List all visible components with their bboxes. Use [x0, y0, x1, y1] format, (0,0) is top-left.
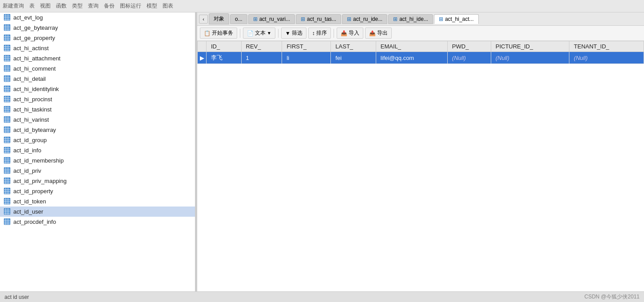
- toolbar-sep-2: [278, 29, 278, 38]
- table-grid-icon: [4, 147, 11, 154]
- tab-table-icon-3: ⊞: [347, 16, 351, 22]
- sidebar-item-act_id_membership[interactable]: act_id_membership: [0, 155, 195, 166]
- col-header-pwd-[interactable]: PWD_: [447, 41, 491, 52]
- export-btn[interactable]: 📤 导出: [365, 28, 392, 39]
- sidebar-item-act_hi_taskinst[interactable]: act_hi_taskinst: [0, 104, 195, 115]
- sidebar-item-act_id_property[interactable]: act_id_property: [0, 186, 195, 196]
- import-btn[interactable]: 📥 导入: [337, 28, 363, 39]
- tab-o[interactable]: o...: [230, 14, 247, 24]
- sidebar-item-label: act_hi_comment: [13, 65, 56, 72]
- cell-first-: li: [282, 52, 331, 64]
- col-header-rev-[interactable]: REV_: [241, 41, 282, 52]
- table-grid-icon: [4, 126, 11, 133]
- table-grid-icon: [4, 187, 11, 195]
- table-grid-icon: [4, 85, 11, 92]
- content-area: ‹ 对象 o... ⊞ act_ru_vari... ⊞ act_ru_tas.…: [197, 12, 644, 291]
- table-grid-icon: [4, 167, 11, 174]
- tab-act-hi-ide-label: act_hi_ide...: [399, 16, 428, 22]
- toolbar: 📋 开始事务 📄 文本 ▼ ▼ 筛选 ↕ 排序 📥 导入: [197, 26, 644, 41]
- tab-act-hi-ide[interactable]: ⊞ act_hi_ide...: [388, 14, 433, 24]
- sidebar-item-label: act_ge_property: [13, 35, 55, 41]
- table-grid-icon: [4, 75, 11, 82]
- sidebar-item-label: act_id_group: [13, 137, 47, 143]
- table-grid-icon: [4, 198, 11, 205]
- sidebar-item-label: act_id_user: [13, 208, 43, 215]
- sidebar-item-act_ge_property[interactable]: act_ge_property: [0, 33, 195, 43]
- table-grid-icon: [4, 208, 11, 215]
- status-bar: act id user CSDN @今狐少侠2011: [0, 291, 644, 302]
- top-bar-tab7: 备份: [104, 2, 115, 10]
- table-row[interactable]: ▶李飞1lifeilifei@qq.com(Null)(Null)(Null): [198, 52, 644, 64]
- sidebar-item-label: act_hi_procinst: [13, 96, 52, 103]
- tab-object[interactable]: 对象: [209, 13, 229, 24]
- col-header-tenant-id-[interactable]: TENANT_ID_: [569, 41, 644, 52]
- tab-table-icon-2: ⊞: [301, 16, 305, 22]
- cell-email-: lifei@qq.com: [376, 52, 447, 64]
- sort-btn[interactable]: ↕ 排序: [308, 28, 331, 39]
- sidebar-item-label: act_hi_taskinst: [13, 106, 52, 113]
- sidebar-item-act_id_bytearray[interactable]: act_id_bytearray: [0, 125, 195, 135]
- table-grid-icon: [4, 136, 11, 143]
- sidebar-item-act_hi_attachment[interactable]: act_hi_attachment: [0, 53, 195, 64]
- top-bar-tab3: 视图: [40, 2, 51, 10]
- tab-nav-left[interactable]: ‹: [199, 15, 208, 24]
- begin-transaction-btn[interactable]: 📋 开始事务: [200, 28, 237, 39]
- sidebar-item-act_hi_procinst[interactable]: act_hi_procinst: [0, 94, 195, 104]
- sidebar-item-act_procdef_info[interactable]: act_procdef_info: [0, 217, 195, 227]
- col-header-email-[interactable]: EMAIL_: [376, 41, 447, 52]
- begin-transaction-label: 开始事务: [212, 29, 233, 37]
- sidebar-item-label: act_id_bytearray: [13, 127, 56, 133]
- sidebar-item-act_ge_bytearray[interactable]: act_ge_bytearray: [0, 23, 195, 33]
- filter-btn[interactable]: ▼ 筛选: [281, 28, 306, 39]
- toolbar-sep-1: [240, 29, 240, 38]
- data-table: ID_REV_FIRST_LAST_EMAIL_PWD_PICTURE_ID_T…: [197, 41, 644, 64]
- top-bar-tab8: 图标运行: [120, 2, 141, 10]
- data-table-container: ID_REV_FIRST_LAST_EMAIL_PWD_PICTURE_ID_T…: [197, 41, 644, 291]
- col-header-id-[interactable]: ID_: [207, 41, 242, 52]
- cell-last-: fei: [331, 52, 376, 64]
- text-dropdown-icon: ▼: [267, 31, 271, 36]
- import-label: 导入: [349, 29, 359, 37]
- sidebar-item-act_evt_log[interactable]: act_evt_log: [0, 12, 195, 23]
- table-grid-icon: [4, 14, 11, 21]
- tab-table-icon-4: ⊞: [393, 16, 398, 22]
- col-header-first-[interactable]: FIRST_: [282, 41, 331, 52]
- sidebar-item-act_id_priv[interactable]: act_id_priv: [0, 166, 195, 176]
- tab-act-ru-vari-label: act_ru_vari...: [259, 16, 290, 22]
- tab-act-hi-act[interactable]: ⊞ act_hi_act...: [434, 14, 479, 24]
- top-bar-tab6: 查询: [88, 2, 99, 10]
- sidebar-item-act_hi_detail[interactable]: act_hi_detail: [0, 74, 195, 84]
- sidebar-list: act_evt_log act_ge_bytearray act_ge_prop…: [0, 12, 195, 227]
- tab-bar: ‹ 对象 o... ⊞ act_ru_vari... ⊞ act_ru_tas.…: [197, 12, 644, 26]
- sidebar-item-act_id_user[interactable]: act_id_user: [0, 207, 195, 217]
- sidebar-item-label: act_id_priv_mapping: [13, 178, 67, 184]
- top-bar-spacer: 新建查询: [3, 2, 24, 10]
- sidebar-item-act_id_group[interactable]: act_id_group: [0, 135, 195, 145]
- tab-act-ru-tas[interactable]: ⊞ act_ru_tas...: [296, 14, 341, 24]
- sidebar-item-act_hi_varinst[interactable]: act_hi_varinst: [0, 115, 195, 125]
- col-header-picture-id-[interactable]: PICTURE_ID_: [491, 41, 569, 52]
- sidebar-item-act_hi_comment[interactable]: act_hi_comment: [0, 64, 195, 74]
- sidebar-item-act_id_token[interactable]: act_id_token: [0, 196, 195, 207]
- sidebar-item-act_id_priv_mapping[interactable]: act_id_priv_mapping: [0, 176, 195, 186]
- table-grid-icon: [4, 157, 11, 164]
- sidebar-item-act_id_info[interactable]: act_id_info: [0, 145, 195, 155]
- table-grid-icon: [4, 177, 11, 184]
- sidebar-item-label: act_id_token: [13, 198, 46, 205]
- tab-act-ru-vari[interactable]: ⊞ act_ru_vari...: [248, 14, 295, 24]
- tab-act-ru-ide[interactable]: ⊞ act_ru_ide...: [342, 14, 387, 24]
- tab-o-label: o...: [235, 16, 242, 22]
- sidebar-item-label: act_id_property: [13, 188, 53, 195]
- top-bar-tab9: 模型: [147, 2, 157, 10]
- sidebar-item-label: act_procdef_info: [13, 219, 56, 225]
- table-body: ▶李飞1lifeilifei@qq.com(Null)(Null)(Null): [198, 52, 644, 64]
- col-header-last-[interactable]: LAST_: [331, 41, 376, 52]
- import-icon: 📥: [341, 30, 347, 36]
- text-btn[interactable]: 📄 文本 ▼: [243, 28, 275, 39]
- sort-icon: ↕: [312, 30, 315, 36]
- tab-table-icon-1: ⊞: [253, 16, 258, 22]
- sidebar-item-act_hi_actinst[interactable]: act_hi_actinst: [0, 43, 195, 53]
- table-grid-icon: [4, 65, 11, 72]
- sidebar-item-act_hi_identitylink[interactable]: act_hi_identitylink: [0, 84, 195, 94]
- filter-label: 筛选: [292, 29, 302, 37]
